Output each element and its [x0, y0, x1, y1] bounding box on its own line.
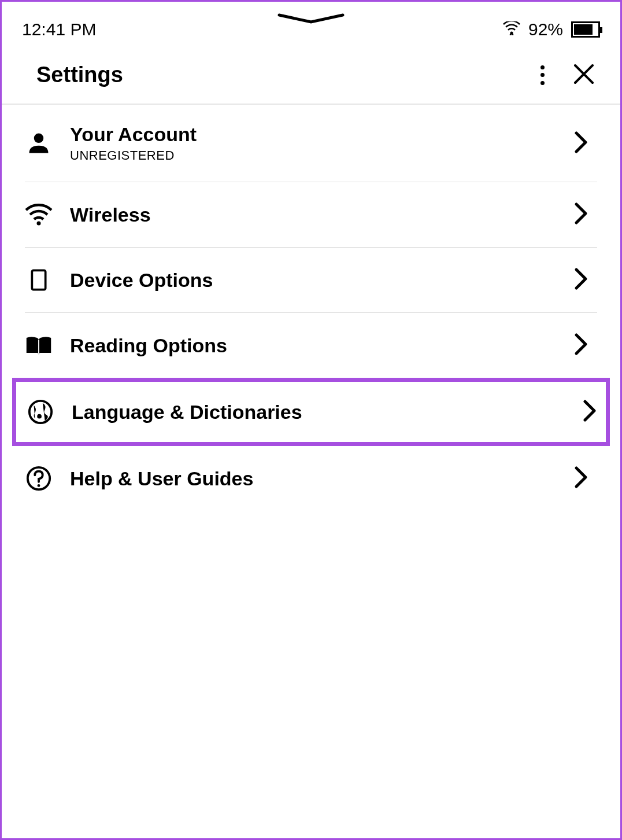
person-icon	[25, 130, 53, 157]
menu-item-help[interactable]: Help & User Guides	[25, 446, 597, 511]
menu-label: Reading Options	[70, 334, 556, 357]
svg-point-1	[34, 133, 44, 143]
menu-item-language-dictionaries[interactable]: Language & Dictionaries	[12, 378, 610, 446]
book-icon	[25, 331, 53, 359]
chevron-right-icon	[573, 267, 588, 293]
svg-rect-3	[32, 270, 45, 289]
wifi-icon	[503, 21, 520, 38]
chevron-right-icon	[573, 202, 588, 227]
chevron-right-icon	[582, 399, 597, 425]
wifi-icon	[25, 201, 53, 229]
battery-icon	[571, 21, 600, 38]
tablet-icon	[25, 266, 53, 294]
menu-label: Wireless	[70, 204, 556, 226]
more-options-button[interactable]	[540, 65, 545, 85]
menu-item-wireless[interactable]: Wireless	[25, 182, 597, 248]
menu-sublabel: UNREGISTERED	[70, 148, 556, 163]
status-right: 92%	[503, 20, 600, 39]
settings-menu: Your Account UNREGISTERED Wireless	[2, 105, 620, 511]
menu-item-reading-options[interactable]: Reading Options	[25, 313, 597, 378]
chevron-right-icon	[573, 333, 588, 358]
status-time: 12:41 PM	[22, 20, 96, 39]
svg-point-5	[37, 414, 42, 419]
help-icon	[25, 465, 53, 492]
menu-item-your-account[interactable]: Your Account UNREGISTERED	[25, 105, 597, 182]
page-title: Settings	[36, 62, 123, 87]
pull-down-handle[interactable]	[276, 12, 346, 26]
page-header: Settings	[2, 45, 620, 105]
svg-point-7	[38, 484, 40, 487]
chevron-right-icon	[573, 131, 588, 156]
svg-point-2	[37, 222, 41, 226]
close-button[interactable]	[573, 64, 594, 87]
chevron-right-icon	[573, 466, 588, 491]
svg-point-4	[29, 401, 51, 423]
menu-label: Device Options	[70, 269, 556, 292]
menu-label: Your Account	[70, 123, 556, 146]
battery-percentage: 92%	[528, 20, 563, 39]
menu-label: Language & Dictionaries	[72, 401, 565, 423]
svg-point-0	[510, 31, 513, 34]
menu-label: Help & User Guides	[70, 467, 556, 490]
globe-icon	[27, 398, 54, 426]
menu-item-device-options[interactable]: Device Options	[25, 248, 597, 313]
